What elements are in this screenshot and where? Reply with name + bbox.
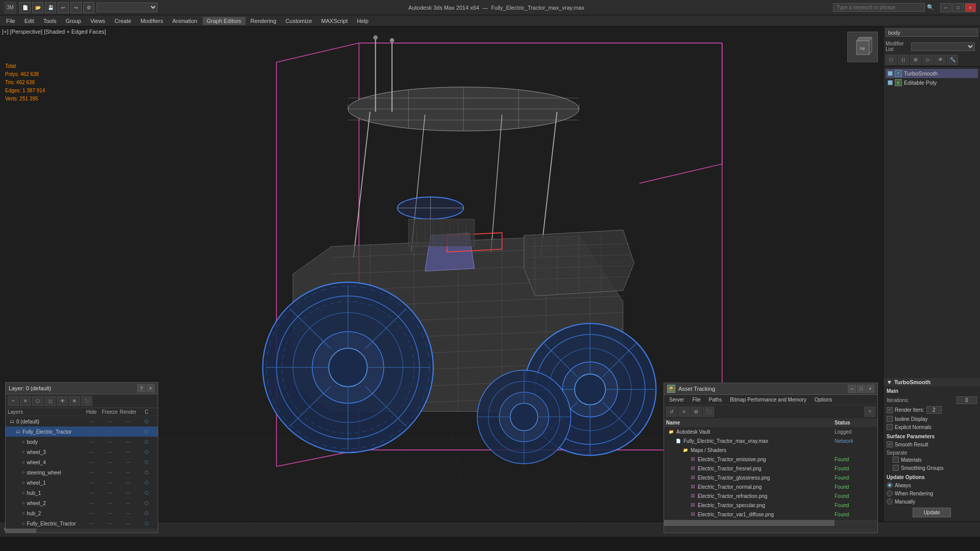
layer-render-all-btn[interactable]: ⬛ [81,396,92,406]
asset-tb-refresh[interactable]: ↺ [666,407,677,417]
asset-tb-list[interactable]: ≡ [678,407,690,417]
redo-btn[interactable]: ↪ [70,2,82,13]
at-menu-paths[interactable]: Paths [706,396,725,404]
always-radio[interactable] [887,482,893,488]
menu-maxscript[interactable]: MAXScript [317,17,352,25]
asset-panel-maximize[interactable]: □ [857,385,865,393]
layer-panel-close[interactable]: × [146,384,155,392]
at-menu-file[interactable]: File [689,396,703,404]
display-icon[interactable]: 👁 [935,55,946,65]
asset-tb-help[interactable]: ? [864,407,875,417]
asset-row[interactable]: 📄 Fully_Electric_Tractor_max_vray.max Ne… [664,436,877,445]
smooth-result-check[interactable] [887,441,893,447]
asset-panel-titlebar[interactable]: 📦 Asset Tracking ─ □ × [664,383,877,395]
menu-file[interactable]: File [2,17,19,25]
settings-btn[interactable]: ⚙ [83,2,94,13]
close-btn[interactable]: × [965,3,976,12]
utility-icon[interactable]: 🔧 [947,55,958,65]
asset-row[interactable]: 📁 Autodesk Vault Logged [664,427,877,436]
menu-animation[interactable]: Animation [168,17,202,25]
smoothing-groups-check[interactable] [893,465,899,471]
menu-views[interactable]: Views [86,17,109,25]
menu-edit[interactable]: Edit [20,17,38,25]
maximize-btn[interactable]: □ [952,3,964,12]
layer-row[interactable]: 🗂 0 (default) ⬡ [6,416,158,427]
layer-row[interactable]: ○ wheel_2 ⬡ [6,498,158,508]
layer-row[interactable]: ○ wheel_1 ⬡ [6,478,158,488]
layer-add-sel-btn[interactable]: ⬡ [32,396,43,406]
asset-scrollbar-v[interactable] [664,527,877,533]
menu-create[interactable]: Create [110,17,135,25]
asset-row[interactable]: 🖼 Electric_Tractor_normal.png Found [664,482,877,491]
layer-sel-btn[interactable]: ◻ [44,396,56,406]
isoline-check[interactable] [887,416,893,422]
menu-rendering[interactable]: Rendering [247,17,281,25]
layer-row[interactable]: ○ body ⬡ [6,437,158,447]
minimize-btn[interactable]: ─ [940,3,951,12]
manually-radio[interactable] [887,498,893,505]
asset-scrollbar-thumb[interactable] [664,520,835,526]
layer-row[interactable]: ○ hub_2 ⬡ [6,508,158,518]
layer-panel-titlebar[interactable]: Layer: 0 (default) ? × [6,383,158,394]
menu-tools[interactable]: Tools [39,17,61,25]
menu-help[interactable]: Help [353,17,373,25]
motion-icon[interactable]: ▷ [922,55,934,65]
navigation-cube[interactable]: top [847,32,878,62]
asset-row[interactable]: 🖼 Electric_Tractor_refraction.png Found [664,491,877,500]
asset-panel-close[interactable]: × [866,385,874,393]
asset-panel-minimize[interactable]: ─ [848,385,856,393]
update-button[interactable]: Update [913,508,950,517]
materials-check[interactable] [893,457,899,463]
when-rendering-radio[interactable] [887,490,893,496]
asset-row[interactable]: 🖼 Electric_Tractor_var1_diffuse.png Foun… [664,510,877,519]
layer-new-btn[interactable]: + [8,396,19,406]
render-iters-input[interactable] [926,406,942,414]
menu-graph-editors[interactable]: Graph Editors [203,17,246,25]
layer-delete-btn[interactable]: ✕ [20,396,31,406]
menu-group[interactable]: Group [61,17,85,25]
explicit-normals-check[interactable] [887,424,893,430]
layer-row[interactable]: ○ steering_wheel ⬡ [6,467,158,478]
layer-panel-help[interactable]: ? [137,384,145,392]
workspace-dropdown[interactable]: Workspace: Default [96,3,158,12]
iterations-input[interactable] [957,396,977,404]
layer-row[interactable]: 🗂 Fully_Electric_Tractor ⬡ [6,427,158,437]
hierarchy-icon[interactable]: ⊞ [910,55,921,65]
menu-customize[interactable]: Customize [281,17,316,25]
asset-row[interactable]: 📁 Maps / Shaders [664,445,877,455]
at-menu-options[interactable]: Options [812,396,835,404]
asset-tb-large[interactable]: ⬛ [703,407,714,417]
asset-row[interactable]: 🖼 Electric_Tractor_emissive.png Found [664,455,877,464]
layer-row[interactable]: ○ wheel_4 ⬡ [6,457,158,467]
at-menu-server[interactable]: Server [666,396,687,404]
open-btn[interactable]: 📂 [32,2,43,13]
at-menu-bitmap[interactable]: Bitmap Performance and Memory [727,396,810,404]
undo-btn[interactable]: ↩ [58,2,69,13]
modifier-dropdown[interactable] [911,42,975,51]
save-btn[interactable]: 💾 [45,2,56,13]
layer-scrollbar-thumb[interactable] [6,529,36,533]
render-iters-check[interactable] [887,407,893,413]
layer-hide-all-btn[interactable]: 👁 [57,396,68,406]
modifier-turbosmooth[interactable]: T TurboSmooth [886,69,978,78]
create-object-icon[interactable]: ⬡ [886,55,897,65]
modifier-check-ep[interactable] [888,80,893,85]
layer-freeze-all-btn[interactable]: ❄ [69,396,80,406]
asset-row[interactable]: 🖼 Electric_Tractor_glossiness.png Found [664,473,877,482]
layer-row[interactable]: ○ wheel_3 ⬡ [6,447,158,457]
search-input[interactable] [833,3,925,12]
layer-scrollbar[interactable] [6,529,158,533]
menu-modifiers[interactable]: Modifiers [136,17,167,25]
layer-row[interactable]: ○ hub_1 ⬡ [6,488,158,498]
object-name-input[interactable] [886,29,978,37]
modifier-editablepoly[interactable]: E Editable Poly [886,78,978,87]
turbosmooth-header[interactable]: ▼ TurboSmooth [884,378,980,386]
new-btn[interactable]: 📄 [19,2,31,13]
asset-row[interactable]: 🖼 Electric_Tractor_specular.png Found [664,500,877,510]
asset-tb-detail[interactable]: ⊞ [691,407,702,417]
modify-icon[interactable]: ⟨⟩ [898,55,909,65]
layer-row[interactable]: ○ Fully_Electric_Tractor ⬡ [6,518,158,529]
asset-row[interactable]: 🖼 Electric_Tractor_fresnel.png Found [664,464,877,473]
modifier-check[interactable] [888,71,893,76]
asset-scrollbar-h[interactable] [664,520,877,526]
